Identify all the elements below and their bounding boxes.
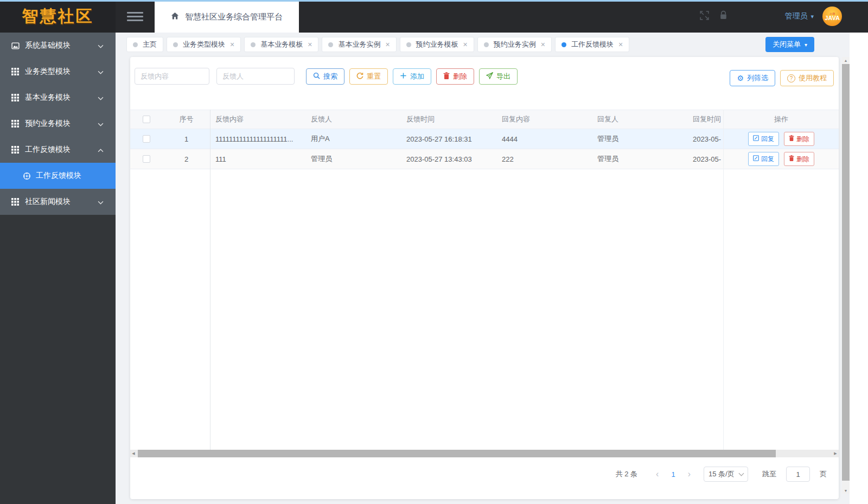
tab-reservation-template[interactable]: 预约业务模板 × xyxy=(400,37,474,52)
aim-icon xyxy=(23,172,31,180)
delete-button[interactable]: 删除 xyxy=(436,68,474,85)
export-button[interactable]: 导出 xyxy=(479,68,518,85)
send-icon xyxy=(486,72,493,81)
col-header-actions: 操作 xyxy=(723,110,839,129)
horizontal-scroll-thumb[interactable] xyxy=(138,450,776,457)
table-row[interactable]: 2 111 管理员 2023-05-27 13:43:03 222 管理员 20… xyxy=(130,149,839,169)
close-icon[interactable]: × xyxy=(308,41,312,48)
tab-home[interactable]: 主页 xyxy=(126,37,163,52)
reply-button[interactable]: 回复 xyxy=(748,132,779,146)
reply-button[interactable]: 回复 xyxy=(748,152,779,166)
tab-business-type[interactable]: 业务类型模块 × xyxy=(167,37,241,52)
table-horizontal-scrollbar[interactable]: ◀ ▶ xyxy=(130,450,839,457)
sidebar-item-community-news[interactable]: 社区新闻模块 xyxy=(0,189,116,215)
tab-work-feedback-active[interactable]: 工作反馈模块 × xyxy=(555,37,629,52)
search-icon xyxy=(313,72,320,81)
sidebar-item-basic-business[interactable]: 基本业务模块 xyxy=(0,85,116,111)
edit-icon xyxy=(753,135,759,143)
prev-page-icon[interactable]: ‹ xyxy=(653,469,662,479)
next-page-icon[interactable]: › xyxy=(685,469,694,479)
user-avatar[interactable]: 小湖 JAVA xyxy=(822,7,842,26)
row-delete-button[interactable]: 删除 xyxy=(784,132,814,146)
close-icon[interactable]: × xyxy=(230,41,234,48)
sidebar-item-work-feedback[interactable]: 工作反馈模块 xyxy=(0,137,116,163)
tutorial-button[interactable]: ? 使用教程 xyxy=(780,70,834,86)
vertical-scroll-thumb[interactable] xyxy=(842,64,850,481)
tab-dot-icon xyxy=(328,42,333,47)
header-actions: 管理员 ▾ 小湖 JAVA xyxy=(699,0,868,33)
sidebar-toggle-button[interactable] xyxy=(116,0,155,33)
tab-dot-icon xyxy=(133,42,138,47)
loading-progress-bar xyxy=(0,0,868,2)
chevron-down-icon xyxy=(98,119,104,128)
sidebar-item-system-base[interactable]: 系统基础模块 xyxy=(0,33,116,59)
chevron-down-icon xyxy=(98,93,104,102)
trash-icon xyxy=(443,72,450,81)
tab-dot-icon xyxy=(484,42,489,47)
grid-icon xyxy=(11,198,20,206)
pagination: 共 2 条 ‹ 1 › 15 条/页 跳至 页 xyxy=(616,465,827,483)
row-delete-button[interactable]: 删除 xyxy=(784,152,814,166)
chevron-down-icon xyxy=(98,197,104,206)
home-title-tab[interactable]: 智慧社区业务综合管理平台 xyxy=(155,2,299,33)
total-count-label: 共 2 条 xyxy=(616,469,637,479)
feedback-person-input[interactable] xyxy=(216,68,295,85)
current-user-label[interactable]: 管理员 xyxy=(784,11,807,21)
close-icon[interactable]: × xyxy=(385,41,390,48)
search-button[interactable]: 搜索 xyxy=(306,68,344,85)
logo-text: 智慧社区 xyxy=(22,5,94,28)
scroll-right-icon[interactable]: ▶ xyxy=(832,450,839,457)
feedback-table: 序号 反馈内容 反馈人 反馈时间 回复内容 回复人 回复时间 操作 1 1111… xyxy=(130,110,839,169)
page-vertical-scrollbar[interactable]: ▲ ▼ xyxy=(842,57,850,494)
page-size-select[interactable]: 15 条/页 xyxy=(704,467,748,482)
row-checkbox[interactable] xyxy=(143,155,150,163)
feedback-content-input[interactable] xyxy=(135,68,209,85)
tab-basic-instance[interactable]: 基本业务实例 × xyxy=(322,37,396,52)
sidebar-item-business-type[interactable]: 业务类型模块 xyxy=(0,59,116,85)
table-row[interactable]: 1 111111111111111111111... 用户A 2023-05-2… xyxy=(130,129,839,149)
col-header-time: 反馈时间 xyxy=(401,110,496,129)
scroll-up-icon[interactable]: ▲ xyxy=(842,57,850,63)
tab-active-dot-icon xyxy=(561,42,566,47)
scroll-down-icon[interactable]: ▼ xyxy=(842,487,850,494)
chevron-down-icon xyxy=(98,67,104,76)
sidebar: 系统基础模块 业务类型模块 基本业务模块 预约业务模块 xyxy=(0,33,116,504)
window-right-strip xyxy=(850,33,868,504)
jump-page-input[interactable] xyxy=(786,467,810,482)
close-menu-button[interactable]: 关闭菜单 ▾ xyxy=(765,37,814,52)
table-header-row: 序号 反馈内容 反馈人 反馈时间 回复内容 回复人 回复时间 操作 xyxy=(130,110,839,129)
sidebar-subitem-work-feedback-active[interactable]: 工作反馈模块 xyxy=(0,163,116,189)
plus-icon xyxy=(400,72,407,81)
question-icon: ? xyxy=(787,74,795,82)
reset-button[interactable]: 重置 xyxy=(349,68,388,85)
lock-icon[interactable] xyxy=(719,10,728,22)
page-number-1[interactable]: 1 xyxy=(667,470,679,479)
tab-dot-icon xyxy=(251,42,256,47)
close-icon[interactable]: × xyxy=(541,41,545,48)
user-menu-caret-icon[interactable]: ▾ xyxy=(810,13,814,20)
sidebar-item-reservation-business[interactable]: 预约业务模块 xyxy=(0,111,116,137)
home-icon xyxy=(171,12,179,22)
close-icon[interactable]: × xyxy=(463,41,468,48)
fullscreen-icon[interactable] xyxy=(699,10,710,23)
toolbar-buttons: 搜索 重置 添加 删除 导出 xyxy=(306,68,518,85)
avatar-text: JAVA xyxy=(825,15,840,21)
row-checkbox[interactable] xyxy=(143,135,150,143)
select-all-checkbox[interactable] xyxy=(143,116,150,123)
col-header-reply-content: 回复内容 xyxy=(496,110,592,129)
query-toolbar: 搜索 重置 添加 删除 导出 xyxy=(135,68,518,85)
app-logo: 智慧社区 xyxy=(0,0,116,33)
add-button[interactable]: 添加 xyxy=(393,68,431,85)
caret-down-icon: ▾ xyxy=(805,42,807,48)
scroll-left-icon[interactable]: ◀ xyxy=(130,450,137,457)
tab-reservation-instance[interactable]: 预约业务实例 × xyxy=(477,37,552,52)
jump-to-label: 跳至 xyxy=(762,469,776,479)
table-tools: ⚙ 列筛选 ? 使用教程 xyxy=(730,70,834,86)
close-icon[interactable]: × xyxy=(618,41,623,48)
page-unit-label: 页 xyxy=(820,469,827,479)
refresh-icon xyxy=(356,72,363,81)
column-filter-button[interactable]: ⚙ 列筛选 xyxy=(730,70,775,86)
grid-icon xyxy=(11,94,20,102)
main-content: 搜索 重置 添加 删除 导出 xyxy=(116,56,842,504)
tab-basic-template[interactable]: 基本业务模板 × xyxy=(244,37,318,52)
